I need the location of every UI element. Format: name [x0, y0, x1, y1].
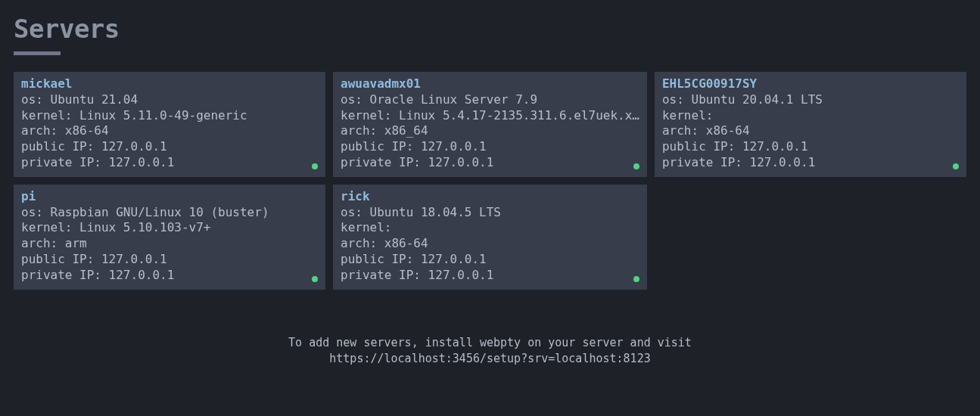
kernel-label: kernel: — [21, 108, 79, 123]
server-grid: mickaelos: Ubuntu 21.04kernel: Linux 5.1… — [14, 72, 966, 290]
public-ip-label: public IP: — [341, 139, 421, 154]
status-indicator-icon — [312, 276, 318, 282]
server-name: rick — [341, 189, 639, 205]
arch-label: arch: — [341, 236, 384, 250]
os-label: os: — [341, 205, 370, 219]
server-card[interactable]: awuavadmx01os: Oracle Linux Server 7.9ke… — [333, 72, 647, 177]
private-ip-value: 127.0.0.1 — [109, 155, 175, 169]
kernel-value: Linux 5.11.0-49-generic — [79, 108, 247, 123]
footer-line-2: https://localhost:3456/setup?srv=localho… — [14, 351, 966, 368]
server-name: EHL5CG00917SY — [662, 76, 959, 92]
server-public-ip-row: public IP: 127.0.0.1 — [21, 252, 318, 268]
server-private-ip-row: private IP: 127.0.0.1 — [21, 155, 318, 171]
public-ip-value: 127.0.0.1 — [101, 139, 167, 154]
private-ip-value: 127.0.0.1 — [428, 268, 494, 282]
kernel-label: kernel: — [21, 220, 79, 234]
arch-value: x86-64 — [706, 123, 750, 138]
server-public-ip-row: public IP: 127.0.0.1 — [341, 252, 639, 268]
arch-value: x86-64 — [384, 236, 428, 250]
private-ip-value: 127.0.0.1 — [750, 155, 816, 169]
public-ip-value: 127.0.0.1 — [421, 139, 487, 154]
server-kernel-row: kernel: — [662, 108, 959, 124]
arch-value: x86-64 — [65, 123, 109, 138]
os-value: Ubuntu 21.04 — [51, 92, 138, 107]
server-card[interactable]: mickaelos: Ubuntu 21.04kernel: Linux 5.1… — [14, 72, 325, 177]
os-label: os: — [21, 205, 51, 219]
private-ip-label: private IP: — [341, 155, 428, 169]
public-ip-label: public IP: — [21, 139, 101, 154]
server-private-ip-row: private IP: 127.0.0.1 — [21, 268, 318, 284]
os-value: Ubuntu 20.04.1 LTS — [692, 92, 823, 107]
server-arch-row: arch: x86-64 — [21, 123, 318, 139]
os-value: Oracle Linux Server 7.9 — [370, 92, 538, 107]
arch-label: arch: — [662, 123, 706, 138]
private-ip-label: private IP: — [662, 155, 750, 169]
server-card[interactable]: pios: Raspbian GNU/Linux 10 (buster)kern… — [14, 185, 325, 290]
title-underline — [14, 51, 61, 55]
kernel-value: Linux 5.10.103-v7+ — [79, 220, 210, 234]
os-value: Raspbian GNU/Linux 10 (buster) — [51, 205, 269, 219]
server-private-ip-row: private IP: 127.0.0.1 — [341, 268, 639, 284]
kernel-label: kernel: — [662, 108, 713, 123]
os-value: Ubuntu 18.04.5 LTS — [370, 205, 501, 219]
server-public-ip-row: public IP: 127.0.0.1 — [662, 139, 959, 155]
private-ip-label: private IP: — [21, 155, 109, 169]
server-arch-row: arch: arm — [21, 236, 318, 252]
server-os-row: os: Ubuntu 21.04 — [21, 92, 318, 108]
public-ip-label: public IP: — [21, 252, 101, 266]
arch-label: arch: — [341, 123, 384, 138]
server-os-row: os: Ubuntu 20.04.1 LTS — [662, 92, 959, 108]
public-ip-label: public IP: — [662, 139, 742, 154]
public-ip-value: 127.0.0.1 — [101, 252, 167, 266]
arch-label: arch: — [21, 236, 65, 250]
os-label: os: — [21, 92, 51, 107]
server-card[interactable]: rickos: Ubuntu 18.04.5 LTSkernel: arch: … — [333, 185, 647, 290]
page-title: Servers — [14, 14, 966, 44]
server-arch-row: arch: x86-64 — [662, 123, 959, 139]
kernel-label: kernel: — [341, 220, 391, 234]
kernel-label: kernel: — [341, 108, 399, 123]
private-ip-value: 127.0.0.1 — [428, 155, 494, 169]
server-name: awuavadmx01 — [341, 76, 639, 92]
server-private-ip-row: private IP: 127.0.0.1 — [662, 155, 959, 171]
server-os-row: os: Raspbian GNU/Linux 10 (buster) — [21, 205, 318, 221]
server-name: mickael — [21, 76, 318, 92]
os-label: os: — [662, 92, 692, 107]
server-kernel-row: kernel: Linux 5.4.17-2135.311.6.el7uek.x… — [341, 108, 639, 124]
private-ip-value: 127.0.0.1 — [109, 268, 175, 282]
public-ip-value: 127.0.0.1 — [421, 252, 487, 266]
status-indicator-icon — [953, 163, 959, 169]
server-kernel-row: kernel: Linux 5.11.0-49-generic — [21, 108, 318, 124]
server-private-ip-row: private IP: 127.0.0.1 — [341, 155, 639, 171]
arch-label: arch: — [21, 123, 65, 138]
os-label: os: — [341, 92, 370, 107]
kernel-value: Linux 5.4.17-2135.311.6.el7uek.x… — [399, 108, 639, 123]
server-kernel-row: kernel: Linux 5.10.103-v7+ — [21, 220, 318, 236]
server-arch-row: arch: x86_64 — [341, 123, 639, 139]
footer-hint: To add new servers, install webpty on yo… — [14, 335, 966, 368]
status-indicator-icon — [312, 163, 318, 169]
server-name: pi — [21, 189, 318, 205]
server-public-ip-row: public IP: 127.0.0.1 — [341, 139, 639, 155]
server-os-row: os: Ubuntu 18.04.5 LTS — [341, 205, 639, 221]
footer-line-1: To add new servers, install webpty on yo… — [14, 335, 966, 352]
status-indicator-icon — [633, 276, 639, 282]
status-indicator-icon — [633, 163, 639, 169]
server-public-ip-row: public IP: 127.0.0.1 — [21, 139, 318, 155]
server-os-row: os: Oracle Linux Server 7.9 — [341, 92, 639, 108]
server-kernel-row: kernel: — [341, 220, 639, 236]
server-card[interactable]: EHL5CG00917SYos: Ubuntu 20.04.1 LTSkerne… — [655, 72, 966, 177]
private-ip-label: private IP: — [341, 268, 428, 282]
arch-value: arm — [65, 236, 87, 250]
public-ip-label: public IP: — [341, 252, 421, 266]
arch-value: x86_64 — [384, 123, 428, 138]
server-arch-row: arch: x86-64 — [341, 236, 639, 252]
private-ip-label: private IP: — [21, 268, 109, 282]
public-ip-value: 127.0.0.1 — [742, 139, 808, 154]
